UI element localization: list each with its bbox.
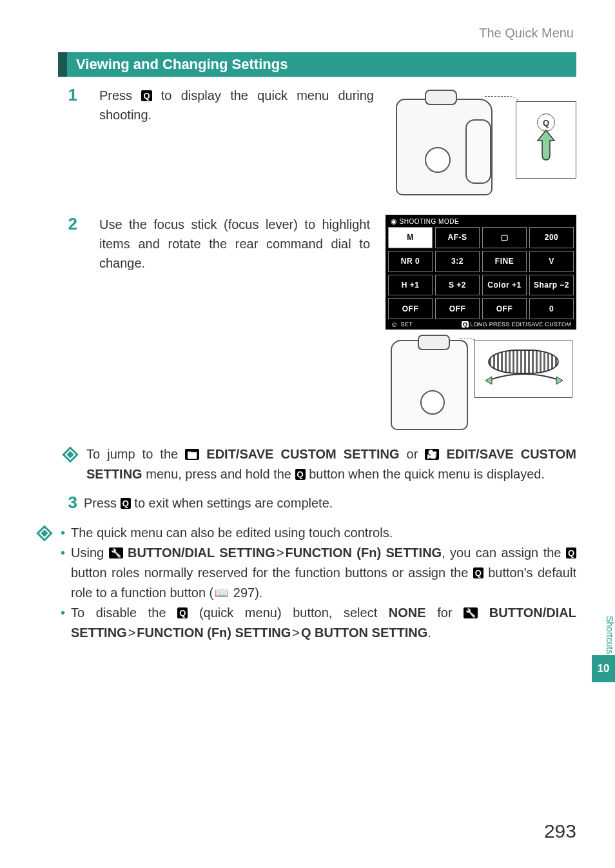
camera-lens-shape (425, 147, 451, 173)
tip-diamond-icon (62, 446, 79, 463)
text: The quick menu can also be edited using … (71, 523, 393, 543)
quick-menu-screen: ◉SHOOTING MODE M AF-S ▢ 200 NR 0 3:2 FIN… (386, 215, 576, 330)
side-tab-label: Shortcuts (605, 574, 615, 658)
command-dial-icon (488, 350, 559, 374)
step-number: 1 (58, 86, 77, 104)
q-button-glyph: Q (295, 469, 306, 480)
qm-cell: 3:2 (435, 251, 480, 272)
step-3: 3 Press Q to exit when settings are comp… (58, 493, 576, 513)
text: To disable the Q (quick menu) button, se… (71, 603, 576, 643)
camera-viewfinder-shape (425, 90, 457, 105)
quick-menu-grid: M AF-S ▢ 200 NR 0 3:2 FINE V H +1 S +2 C… (388, 227, 574, 319)
tip-text: To jump to the EDIT/SAVE CUSTOM SETTING … (86, 444, 576, 484)
qm-cell: ▢ (482, 227, 527, 248)
qm-cell: 200 (529, 227, 574, 248)
qm-cell: H +1 (388, 275, 433, 296)
qm-cell: FINE (482, 251, 527, 272)
step-number: 2 (58, 215, 77, 233)
step-1-text: Press Q to display the quick menu during… (99, 86, 374, 124)
qm-cell: Sharp −2 (529, 275, 574, 296)
breadcrumb: The Quick Menu (58, 26, 576, 41)
notes-block: • The quick menu can also be edited usin… (58, 523, 576, 643)
dial-illustration (386, 339, 576, 435)
qm-cell: 0 (529, 298, 574, 319)
step-3-text: Press Q to exit when settings are comple… (84, 493, 576, 513)
svg-rect-2 (36, 525, 52, 541)
qm-cell: NR 0 (388, 251, 433, 272)
qm-cell: AF-S (435, 227, 480, 248)
q-button-glyph: Q (121, 498, 131, 509)
qm-cell: V (529, 251, 574, 272)
q-button-glyph: Q (566, 547, 576, 558)
section-title: Viewing and Changing Settings (58, 52, 576, 77)
text: Press (99, 88, 141, 103)
dial-callout (474, 340, 572, 398)
tip-diamond-icon (36, 525, 53, 542)
qm-cell: OFF (435, 298, 480, 319)
bullet-dot: • (61, 523, 71, 543)
camera-illustration: Q (389, 86, 576, 208)
step-number: 3 (58, 493, 77, 512)
qm-cell: Color +1 (482, 275, 527, 296)
qm-cell: S +2 (435, 275, 480, 296)
step-2-text: Use the focus stick (focus lever) to hig… (99, 215, 370, 273)
q-button-callout: Q (516, 101, 576, 179)
step-2: 2 Use the focus stick (focus lever) to h… (58, 215, 576, 435)
q-button-glyph: Q (473, 567, 483, 578)
press-arrow-icon (535, 129, 557, 164)
tip-note: To jump to the EDIT/SAVE CUSTOM SETTING … (62, 444, 576, 484)
rotate-arrow-icon (483, 371, 565, 393)
text: Using BUTTON/DIAL SETTING>FUNCTION (Fn) … (71, 543, 576, 603)
q-button-glyph: Q (177, 607, 188, 618)
wrench-icon (464, 607, 478, 618)
qm-cell: OFF (482, 298, 527, 319)
q-button-glyph: Q (141, 90, 151, 101)
camera-mode-icon (185, 449, 199, 460)
qm-cell: M (388, 227, 433, 248)
quick-menu-title: ◉SHOOTING MODE (391, 217, 574, 226)
step-1: 1 Press Q to display the quick menu duri… (58, 86, 576, 208)
page-ref-icon: 📖 (213, 587, 229, 598)
bullet-dot: • (61, 543, 71, 603)
camera-back-shape (391, 340, 468, 430)
chapter-number-tab: 10 (592, 655, 615, 682)
bullet-dot: • (61, 603, 71, 643)
bullet-item: • To disable the Q (quick menu) button, … (61, 603, 576, 643)
bullet-item: • Using BUTTON/DIAL SETTING>FUNCTION (Fn… (61, 543, 576, 603)
page-number: 293 (544, 820, 576, 842)
bullet-item: • The quick menu can also be edited usin… (61, 523, 576, 543)
movie-mode-icon (425, 449, 439, 460)
wrench-icon (109, 547, 123, 558)
qm-cell: OFF (388, 298, 433, 319)
quick-menu-footer: ☺SET QLONG PRESS EDIT/SAVE CUSTOM (388, 319, 574, 328)
svg-rect-0 (62, 446, 78, 462)
